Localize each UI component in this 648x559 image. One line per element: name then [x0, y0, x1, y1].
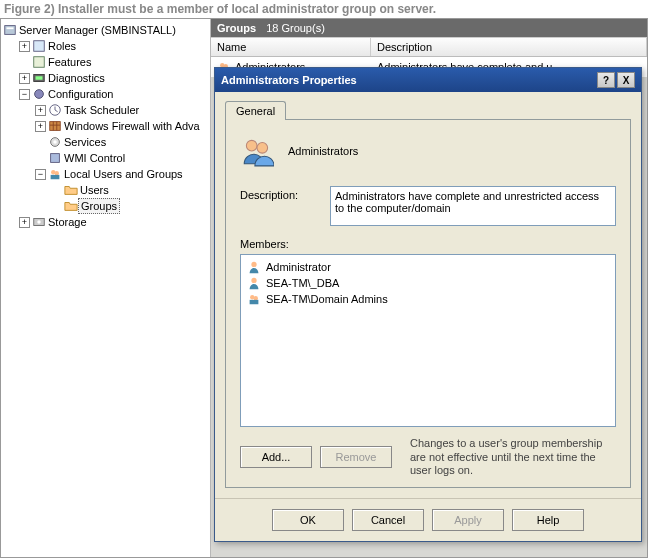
dialog-title: Administrators Properties	[221, 74, 595, 86]
properties-dialog: Administrators Properties ? X General Ad…	[214, 67, 642, 542]
tree-label: Task Scheduler	[62, 103, 141, 117]
wmi-icon	[48, 151, 62, 165]
remove-button[interactable]: Remove	[320, 446, 392, 468]
member-name: Administrator	[266, 261, 331, 273]
dialog-footer: OK Cancel Apply Help	[215, 498, 641, 541]
plus-icon[interactable]: +	[35, 105, 46, 116]
members-list[interactable]: Administrator SEA-TM\_DBA SEA-TM\Domain …	[240, 254, 616, 427]
tree-firewall[interactable]: + Windows Firewall with Adva	[3, 118, 208, 134]
tree-label: Features	[46, 55, 93, 69]
tree-diagnostics[interactable]: + Diagnostics	[3, 70, 208, 86]
panel-header: Groups 18 Group(s)	[211, 19, 647, 37]
svg-point-20	[246, 140, 257, 151]
folder-icon	[64, 183, 78, 197]
user-icon	[247, 260, 261, 274]
tree-storage[interactable]: + Storage	[3, 214, 208, 230]
server-icon	[3, 23, 17, 37]
tree-roles[interactable]: + Roles	[3, 38, 208, 54]
help-button[interactable]: ?	[597, 72, 615, 88]
ok-button[interactable]: OK	[272, 509, 344, 531]
tab-general[interactable]: General	[225, 101, 286, 120]
description-label: Description:	[240, 186, 320, 201]
tree-label: Local Users and Groups	[62, 167, 185, 181]
list-header: Name Description	[211, 37, 647, 57]
tree-label: Diagnostics	[46, 71, 107, 85]
tree-groups[interactable]: Groups	[3, 198, 208, 214]
plus-icon[interactable]: +	[19, 73, 30, 84]
svg-point-10	[53, 140, 57, 144]
tab-strip: General	[225, 100, 631, 119]
firewall-icon	[48, 119, 62, 133]
svg-point-25	[254, 296, 258, 300]
folder-icon	[64, 199, 78, 213]
svg-rect-0	[5, 26, 16, 35]
tree-label: Windows Firewall with Adva	[62, 119, 202, 133]
people-icon	[48, 167, 62, 181]
tab-page: Administrators Description: Members: Adm…	[225, 119, 631, 488]
help-button-footer[interactable]: Help	[512, 509, 584, 531]
user-icon	[247, 276, 261, 290]
svg-rect-3	[34, 57, 45, 68]
member-name: SEA-TM\_DBA	[266, 277, 339, 289]
tree-label: WMI Control	[62, 151, 127, 165]
group-icon	[247, 292, 261, 306]
figure-caption: Figure 2) Installer must be a member of …	[0, 0, 648, 18]
features-icon	[32, 55, 46, 69]
description-input[interactable]	[330, 186, 616, 226]
tree-root[interactable]: Server Manager (SMBINSTALL)	[3, 22, 208, 38]
plus-icon[interactable]: +	[19, 217, 30, 228]
member-item[interactable]: SEA-TM\_DBA	[245, 275, 611, 291]
minus-icon[interactable]: −	[35, 169, 46, 180]
plus-icon[interactable]: +	[19, 41, 30, 52]
svg-rect-26	[250, 300, 259, 304]
panel-title: Groups	[217, 22, 256, 34]
group-big-icon	[240, 134, 274, 168]
svg-point-13	[55, 171, 59, 175]
panel-count: 18 Group(s)	[266, 22, 325, 34]
tree-label: Configuration	[46, 87, 115, 101]
tree-pane: Server Manager (SMBINSTALL) + Roles Feat…	[1, 19, 211, 557]
membership-note: Changes to a user's group membership are…	[400, 437, 616, 477]
svg-point-23	[251, 278, 256, 283]
col-description[interactable]: Description	[371, 38, 647, 56]
tree-features[interactable]: Features	[3, 54, 208, 70]
config-icon	[32, 87, 46, 101]
gear-icon	[48, 135, 62, 149]
svg-rect-2	[34, 41, 45, 52]
svg-rect-1	[7, 27, 14, 29]
tree-label: Roles	[46, 39, 78, 53]
tree-wmi[interactable]: WMI Control	[3, 150, 208, 166]
svg-point-21	[257, 143, 268, 154]
member-item[interactable]: Administrator	[245, 259, 611, 275]
tree-label: Server Manager (SMBINSTALL)	[17, 23, 178, 37]
storage-icon	[32, 215, 46, 229]
svg-rect-8	[50, 122, 61, 131]
svg-point-6	[35, 90, 44, 99]
minus-icon[interactable]: −	[19, 89, 30, 100]
titlebar[interactable]: Administrators Properties ? X	[215, 68, 641, 92]
member-item[interactable]: SEA-TM\Domain Admins	[245, 291, 611, 307]
apply-button[interactable]: Apply	[432, 509, 504, 531]
cancel-button[interactable]: Cancel	[352, 509, 424, 531]
clock-icon	[48, 103, 62, 117]
member-name: SEA-TM\Domain Admins	[266, 293, 388, 305]
add-button[interactable]: Add...	[240, 446, 312, 468]
tree-label: Users	[78, 183, 111, 197]
tree-lug[interactable]: − Local Users and Groups	[3, 166, 208, 182]
svg-point-16	[37, 220, 41, 224]
close-button[interactable]: X	[617, 72, 635, 88]
group-name-text: Administrators	[288, 145, 358, 157]
tree-configuration[interactable]: − Configuration	[3, 86, 208, 102]
roles-icon	[32, 39, 46, 53]
dialog-body: General Administrators Description: Memb…	[215, 92, 641, 498]
col-name[interactable]: Name	[211, 38, 371, 56]
svg-point-22	[251, 262, 256, 267]
tree-label: Services	[62, 135, 108, 149]
svg-rect-14	[51, 175, 60, 179]
tree-users[interactable]: Users	[3, 182, 208, 198]
tree-services[interactable]: Services	[3, 134, 208, 150]
tree-label: Storage	[46, 215, 89, 229]
plus-icon[interactable]: +	[35, 121, 46, 132]
svg-rect-5	[36, 76, 43, 80]
tree-task-scheduler[interactable]: + Task Scheduler	[3, 102, 208, 118]
